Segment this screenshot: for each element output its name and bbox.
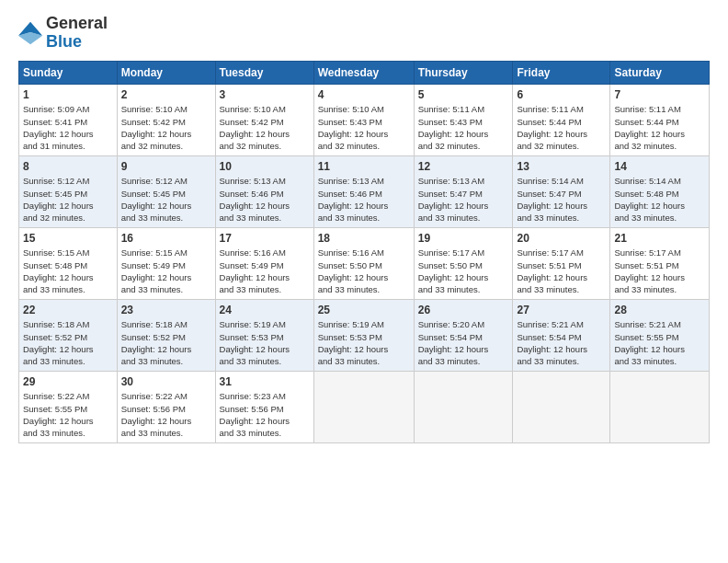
- sunrise-text: Sunrise: 5:22 AM: [23, 391, 89, 401]
- calendar-day-cell: 17Sunrise: 5:16 AMSunset: 5:49 PMDayligh…: [215, 227, 313, 299]
- sunset-text: Sunset: 5:42 PM: [121, 117, 186, 127]
- day-number: 1: [23, 87, 113, 103]
- sunset-text: Sunset: 5:53 PM: [318, 332, 382, 342]
- day-number: 9: [121, 159, 211, 175]
- calendar-day-cell: 29Sunrise: 5:22 AMSunset: 5:55 PMDayligh…: [19, 371, 118, 442]
- day-number: 29: [23, 374, 113, 390]
- calendar-day-cell: 2Sunrise: 5:10 AMSunset: 5:42 PMDaylight…: [117, 84, 215, 155]
- daylight-label: Daylight: 12 hours: [517, 272, 587, 282]
- sunset-text: Sunset: 5:46 PM: [318, 189, 382, 199]
- sunrise-text: Sunrise: 5:16 AM: [220, 247, 286, 258]
- daylight-label: Daylight: 12 hours: [318, 344, 389, 354]
- sunrise-text: Sunrise: 5:12 AM: [121, 176, 188, 186]
- sunrise-text: Sunrise: 5:13 AM: [418, 176, 484, 186]
- daylight-label: Daylight: 12 hours: [614, 272, 685, 282]
- daylight-minutes: and 33 minutes.: [614, 284, 677, 294]
- daylight-label: Daylight: 12 hours: [614, 201, 685, 211]
- sunrise-text: Sunrise: 5:15 AM: [121, 247, 188, 258]
- sunrise-text: Sunrise: 5:22 AM: [121, 391, 188, 401]
- calendar-day-header: Monday: [117, 61, 215, 84]
- sunset-text: Sunset: 5:49 PM: [121, 260, 186, 270]
- daylight-label: Daylight: 12 hours: [517, 201, 587, 211]
- daylight-label: Daylight: 12 hours: [517, 344, 587, 354]
- sunset-text: Sunset: 5:49 PM: [220, 260, 284, 270]
- logo: General Blue: [18, 15, 108, 52]
- sunset-text: Sunset: 5:51 PM: [517, 260, 581, 270]
- daylight-label: Daylight: 12 hours: [318, 129, 389, 139]
- calendar-day-cell: [513, 371, 610, 442]
- sunset-text: Sunset: 5:45 PM: [121, 189, 186, 199]
- sunset-text: Sunset: 5:47 PM: [418, 189, 483, 199]
- calendar-day-cell: 15Sunrise: 5:15 AMSunset: 5:48 PMDayligh…: [19, 227, 118, 299]
- sunset-text: Sunset: 5:54 PM: [418, 332, 483, 342]
- daylight-label: Daylight: 12 hours: [418, 344, 489, 354]
- calendar-day-cell: 4Sunrise: 5:10 AMSunset: 5:43 PMDaylight…: [313, 84, 414, 155]
- calendar-day-cell: 25Sunrise: 5:19 AMSunset: 5:53 PMDayligh…: [313, 299, 414, 371]
- day-number: 19: [418, 231, 509, 247]
- calendar-day-cell: 10Sunrise: 5:13 AMSunset: 5:46 PMDayligh…: [215, 155, 313, 227]
- day-number: 31: [220, 374, 310, 390]
- calendar-day-cell: 23Sunrise: 5:18 AMSunset: 5:52 PMDayligh…: [117, 299, 215, 371]
- day-number: 21: [614, 231, 705, 247]
- calendar-day-cell: 18Sunrise: 5:16 AMSunset: 5:50 PMDayligh…: [313, 227, 414, 299]
- logo-icon: [18, 20, 44, 46]
- sunrise-text: Sunrise: 5:19 AM: [318, 319, 384, 329]
- sunset-text: Sunset: 5:55 PM: [614, 332, 678, 342]
- daylight-minutes: and 33 minutes.: [220, 356, 282, 366]
- day-number: 2: [121, 87, 211, 103]
- day-number: 5: [418, 87, 509, 103]
- day-number: 7: [614, 87, 705, 103]
- daylight-label: Daylight: 12 hours: [418, 272, 489, 282]
- calendar-day-cell: 7Sunrise: 5:11 AMSunset: 5:44 PMDaylight…: [610, 84, 710, 155]
- daylight-minutes: and 33 minutes.: [517, 284, 579, 294]
- day-number: 11: [318, 159, 410, 175]
- calendar-day-cell: 5Sunrise: 5:11 AMSunset: 5:43 PMDaylight…: [414, 84, 513, 155]
- calendar-day-cell: 26Sunrise: 5:20 AMSunset: 5:54 PMDayligh…: [414, 299, 513, 371]
- day-number: 22: [23, 303, 113, 318]
- day-number: 18: [318, 231, 410, 247]
- calendar-day-cell: 1Sunrise: 5:09 AMSunset: 5:41 PMDaylight…: [19, 84, 118, 155]
- calendar-week-row: 15Sunrise: 5:15 AMSunset: 5:48 PMDayligh…: [19, 227, 710, 299]
- calendar-day-cell: 30Sunrise: 5:22 AMSunset: 5:56 PMDayligh…: [117, 371, 215, 442]
- day-number: 16: [121, 231, 211, 247]
- daylight-minutes: and 33 minutes.: [121, 356, 184, 366]
- page-container: General Blue SundayMondayTuesdayWednesda…: [0, 0, 728, 563]
- sunrise-text: Sunrise: 5:14 AM: [614, 176, 680, 186]
- calendar-day-cell: 31Sunrise: 5:23 AMSunset: 5:56 PMDayligh…: [215, 371, 313, 442]
- sunrise-text: Sunrise: 5:11 AM: [614, 104, 680, 114]
- sunrise-text: Sunrise: 5:10 AM: [220, 104, 286, 114]
- sunrise-text: Sunrise: 5:21 AM: [517, 319, 583, 329]
- sunset-text: Sunset: 5:52 PM: [23, 332, 87, 342]
- daylight-label: Daylight: 12 hours: [121, 416, 192, 426]
- daylight-label: Daylight: 12 hours: [23, 344, 94, 354]
- daylight-minutes: and 32 minutes.: [318, 141, 381, 151]
- sunset-text: Sunset: 5:46 PM: [220, 189, 284, 199]
- calendar-day-cell: 6Sunrise: 5:11 AMSunset: 5:44 PMDaylight…: [513, 84, 610, 155]
- calendar-day-cell: 8Sunrise: 5:12 AMSunset: 5:45 PMDaylight…: [19, 155, 118, 227]
- sunrise-text: Sunrise: 5:12 AM: [23, 176, 89, 186]
- calendar-day-cell: [313, 371, 414, 442]
- daylight-label: Daylight: 12 hours: [614, 129, 685, 139]
- daylight-label: Daylight: 12 hours: [23, 416, 94, 426]
- daylight-label: Daylight: 12 hours: [220, 272, 290, 282]
- daylight-label: Daylight: 12 hours: [220, 344, 290, 354]
- sunset-text: Sunset: 5:53 PM: [220, 332, 284, 342]
- daylight-label: Daylight: 12 hours: [418, 201, 489, 211]
- daylight-minutes: and 32 minutes.: [614, 141, 677, 151]
- sunset-text: Sunset: 5:56 PM: [121, 404, 186, 414]
- calendar-day-cell: [610, 371, 710, 442]
- calendar-week-row: 1Sunrise: 5:09 AMSunset: 5:41 PMDaylight…: [19, 84, 710, 155]
- day-number: 28: [614, 303, 705, 318]
- calendar-day-cell: 27Sunrise: 5:21 AMSunset: 5:54 PMDayligh…: [513, 299, 610, 371]
- sunset-text: Sunset: 5:44 PM: [517, 117, 581, 127]
- calendar-day-header: Tuesday: [215, 61, 313, 84]
- daylight-label: Daylight: 12 hours: [220, 416, 290, 426]
- daylight-minutes: and 33 minutes.: [517, 213, 579, 223]
- sunrise-text: Sunrise: 5:09 AM: [23, 104, 89, 114]
- sunset-text: Sunset: 5:42 PM: [220, 117, 284, 127]
- daylight-minutes: and 32 minutes.: [23, 213, 85, 223]
- day-number: 27: [517, 303, 606, 318]
- calendar-week-row: 8Sunrise: 5:12 AMSunset: 5:45 PMDaylight…: [19, 155, 710, 227]
- calendar-week-row: 29Sunrise: 5:22 AMSunset: 5:55 PMDayligh…: [19, 371, 710, 442]
- day-number: 8: [23, 159, 113, 175]
